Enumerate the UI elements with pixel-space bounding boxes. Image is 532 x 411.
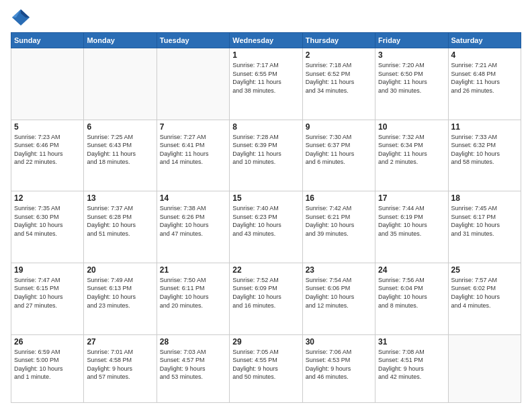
day-number: 24: [378, 265, 445, 275]
calendar-cell: 20Sunrise: 7:49 AM Sunset: 6:13 PM Dayli…: [84, 263, 157, 334]
calendar-cell: 7Sunrise: 7:27 AM Sunset: 6:41 PM Daylig…: [157, 120, 229, 191]
cell-info: Sunrise: 7:52 AM Sunset: 6:09 PM Dayligh…: [232, 276, 299, 310]
page: SundayMondayTuesdayWednesdayThursdayFrid…: [0, 0, 532, 411]
calendar-week-row: 12Sunrise: 7:35 AM Sunset: 6:30 PM Dayli…: [11, 191, 521, 263]
calendar-cell: 14Sunrise: 7:38 AM Sunset: 6:26 PM Dayli…: [157, 191, 229, 263]
cell-info: Sunrise: 7:38 AM Sunset: 6:26 PM Dayligh…: [160, 204, 226, 238]
calendar-week-row: 26Sunrise: 6:59 AM Sunset: 5:00 PM Dayli…: [11, 334, 521, 403]
calendar-cell: 28Sunrise: 7:03 AM Sunset: 4:57 PM Dayli…: [157, 334, 229, 403]
cell-info: Sunrise: 7:47 AM Sunset: 6:15 PM Dayligh…: [14, 276, 81, 310]
cell-info: Sunrise: 7:30 AM Sunset: 6:37 PM Dayligh…: [306, 133, 372, 167]
calendar-cell: 31Sunrise: 7:08 AM Sunset: 4:51 PM Dayli…: [375, 334, 448, 403]
calendar-week-row: 19Sunrise: 7:47 AM Sunset: 6:15 PM Dayli…: [11, 263, 521, 334]
calendar-cell: 29Sunrise: 7:05 AM Sunset: 4:55 PM Dayli…: [230, 334, 302, 403]
day-number: 2: [306, 50, 372, 60]
cell-info: Sunrise: 7:42 AM Sunset: 6:21 PM Dayligh…: [306, 204, 372, 238]
weekday-header: Wednesday: [230, 33, 302, 48]
calendar-cell: 13Sunrise: 7:37 AM Sunset: 6:28 PM Dayli…: [84, 191, 157, 263]
weekday-header: Friday: [375, 33, 448, 48]
cell-info: Sunrise: 7:35 AM Sunset: 6:30 PM Dayligh…: [14, 204, 81, 238]
calendar-cell: [157, 48, 229, 120]
calendar-cell: 26Sunrise: 6:59 AM Sunset: 5:00 PM Dayli…: [11, 334, 84, 403]
calendar-cell: 24Sunrise: 7:56 AM Sunset: 6:04 PM Dayli…: [375, 263, 448, 334]
day-number: 18: [451, 193, 518, 203]
day-number: 11: [451, 122, 518, 132]
calendar-cell: 9Sunrise: 7:30 AM Sunset: 6:37 PM Daylig…: [302, 120, 375, 191]
day-number: 31: [378, 337, 445, 347]
cell-info: Sunrise: 7:54 AM Sunset: 6:06 PM Dayligh…: [306, 276, 372, 310]
cell-info: Sunrise: 7:25 AM Sunset: 6:43 PM Dayligh…: [87, 133, 153, 167]
calendar-cell: 11Sunrise: 7:33 AM Sunset: 6:32 PM Dayli…: [448, 120, 521, 191]
calendar-cell: 30Sunrise: 7:06 AM Sunset: 4:53 PM Dayli…: [302, 334, 375, 403]
day-number: 13: [87, 193, 153, 203]
calendar-week-row: 1Sunrise: 7:17 AM Sunset: 6:55 PM Daylig…: [11, 48, 521, 120]
calendar-cell: 4Sunrise: 7:21 AM Sunset: 6:48 PM Daylig…: [448, 48, 521, 120]
calendar-cell: 3Sunrise: 7:20 AM Sunset: 6:50 PM Daylig…: [375, 48, 448, 120]
calendar-cell: 16Sunrise: 7:42 AM Sunset: 6:21 PM Dayli…: [302, 191, 375, 263]
cell-info: Sunrise: 6:59 AM Sunset: 5:00 PM Dayligh…: [14, 348, 81, 381]
calendar-cell: [11, 48, 84, 120]
calendar-cell: 25Sunrise: 7:57 AM Sunset: 6:02 PM Dayli…: [448, 263, 521, 334]
cell-info: Sunrise: 7:06 AM Sunset: 4:53 PM Dayligh…: [306, 348, 372, 381]
cell-info: Sunrise: 7:08 AM Sunset: 4:51 PM Dayligh…: [378, 348, 445, 381]
cell-info: Sunrise: 7:17 AM Sunset: 6:55 PM Dayligh…: [232, 61, 299, 95]
day-number: 28: [160, 337, 226, 347]
cell-info: Sunrise: 7:28 AM Sunset: 6:39 PM Dayligh…: [232, 133, 299, 167]
day-number: 8: [232, 122, 299, 132]
day-number: 21: [160, 265, 226, 275]
calendar-week-row: 5Sunrise: 7:23 AM Sunset: 6:46 PM Daylig…: [11, 120, 521, 191]
cell-info: Sunrise: 7:45 AM Sunset: 6:17 PM Dayligh…: [451, 204, 518, 238]
calendar-cell: [448, 334, 521, 403]
header: [11, 8, 521, 27]
day-number: 4: [451, 50, 518, 60]
calendar-cell: 1Sunrise: 7:17 AM Sunset: 6:55 PM Daylig…: [230, 48, 302, 120]
weekday-header: Thursday: [302, 33, 375, 48]
day-number: 5: [14, 122, 81, 132]
day-number: 23: [306, 265, 372, 275]
day-number: 25: [451, 265, 518, 275]
calendar-cell: 21Sunrise: 7:50 AM Sunset: 6:11 PM Dayli…: [157, 263, 229, 334]
day-number: 12: [14, 193, 81, 203]
cell-info: Sunrise: 7:21 AM Sunset: 6:48 PM Dayligh…: [451, 61, 518, 95]
cell-info: Sunrise: 7:01 AM Sunset: 4:58 PM Dayligh…: [87, 348, 153, 381]
calendar-cell: 23Sunrise: 7:54 AM Sunset: 6:06 PM Dayli…: [302, 263, 375, 334]
calendar-cell: 17Sunrise: 7:44 AM Sunset: 6:19 PM Dayli…: [375, 191, 448, 263]
calendar-table: SundayMondayTuesdayWednesdayThursdayFrid…: [11, 32, 521, 403]
day-number: 16: [306, 193, 372, 203]
calendar-cell: 5Sunrise: 7:23 AM Sunset: 6:46 PM Daylig…: [11, 120, 84, 191]
calendar-cell: [84, 48, 157, 120]
calendar-cell: 27Sunrise: 7:01 AM Sunset: 4:58 PM Dayli…: [84, 334, 157, 403]
day-number: 15: [232, 193, 299, 203]
weekday-header: Monday: [84, 33, 157, 48]
day-number: 19: [14, 265, 81, 275]
weekday-header: Saturday: [448, 33, 521, 48]
calendar-cell: 22Sunrise: 7:52 AM Sunset: 6:09 PM Dayli…: [230, 263, 302, 334]
weekday-header: Tuesday: [157, 33, 229, 48]
logo-icon: [11, 8, 31, 27]
calendar-cell: 8Sunrise: 7:28 AM Sunset: 6:39 PM Daylig…: [230, 120, 302, 191]
day-number: 17: [378, 193, 445, 203]
weekday-header: Sunday: [11, 33, 84, 48]
day-number: 10: [378, 122, 445, 132]
day-number: 20: [87, 265, 153, 275]
day-number: 14: [160, 193, 226, 203]
cell-info: Sunrise: 7:20 AM Sunset: 6:50 PM Dayligh…: [378, 61, 445, 95]
day-number: 27: [87, 337, 153, 347]
calendar-cell: 2Sunrise: 7:18 AM Sunset: 6:52 PM Daylig…: [302, 48, 375, 120]
cell-info: Sunrise: 7:05 AM Sunset: 4:55 PM Dayligh…: [232, 348, 299, 381]
calendar-cell: 19Sunrise: 7:47 AM Sunset: 6:15 PM Dayli…: [11, 263, 84, 334]
day-number: 22: [232, 265, 299, 275]
cell-info: Sunrise: 7:57 AM Sunset: 6:02 PM Dayligh…: [451, 276, 518, 310]
day-number: 6: [87, 122, 153, 132]
cell-info: Sunrise: 7:32 AM Sunset: 6:34 PM Dayligh…: [378, 133, 445, 167]
day-number: 26: [14, 337, 81, 347]
cell-info: Sunrise: 7:27 AM Sunset: 6:41 PM Dayligh…: [160, 133, 226, 167]
cell-info: Sunrise: 7:33 AM Sunset: 6:32 PM Dayligh…: [451, 133, 518, 167]
day-number: 30: [306, 337, 372, 347]
day-number: 7: [160, 122, 226, 132]
cell-info: Sunrise: 7:44 AM Sunset: 6:19 PM Dayligh…: [378, 204, 445, 238]
cell-info: Sunrise: 7:37 AM Sunset: 6:28 PM Dayligh…: [87, 204, 153, 238]
cell-info: Sunrise: 7:49 AM Sunset: 6:13 PM Dayligh…: [87, 276, 153, 310]
cell-info: Sunrise: 7:03 AM Sunset: 4:57 PM Dayligh…: [160, 348, 226, 381]
day-number: 3: [378, 50, 445, 60]
